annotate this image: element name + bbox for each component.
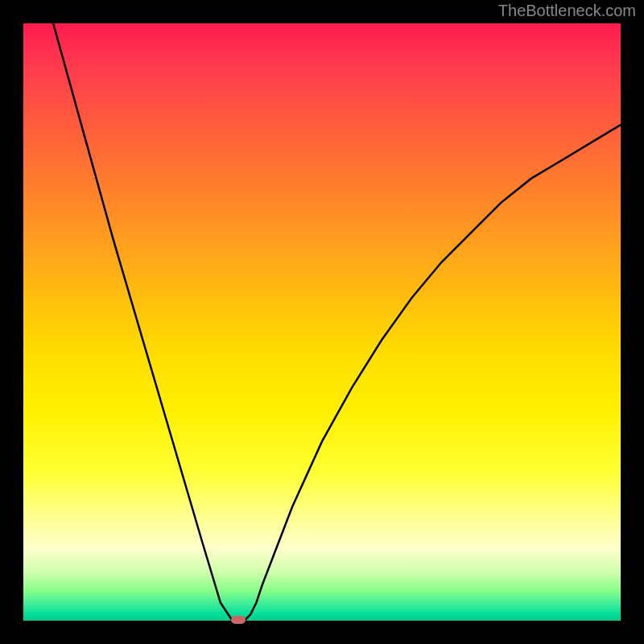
chart-container: TheBottleneck.com [0,0,644,644]
bottleneck-curve-line [23,23,621,621]
optimal-point-marker [231,616,246,624]
watermark-text: TheBottleneck.com [498,2,636,20]
plot-area [23,23,621,621]
curve-svg [23,23,621,621]
